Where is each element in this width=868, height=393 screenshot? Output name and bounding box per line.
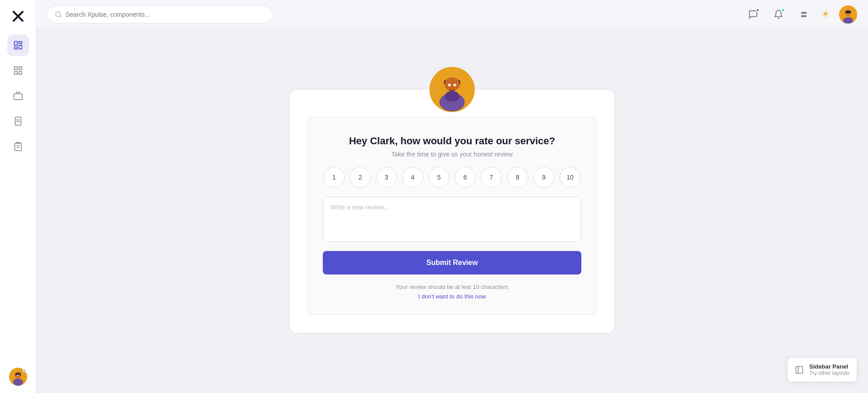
main-content: ☀ (36, 0, 868, 393)
review-card: Hey Clark, how would you rate our servic… (308, 117, 596, 315)
search-icon (55, 11, 62, 18)
rating-9[interactable]: 9 (533, 167, 554, 188)
svg-point-19 (18, 374, 19, 375)
submit-review-button[interactable]: Submit Review (323, 251, 581, 275)
bell-icon-button[interactable] (770, 6, 787, 23)
theme-toggle-button[interactable]: ☀ (821, 9, 830, 20)
rating-2[interactable]: 2 (350, 167, 371, 188)
header-actions: ☀ (745, 5, 857, 24)
review-title: Hey Clark, how would you rate our servic… (349, 135, 555, 147)
review-outer-card: Hey Clark, how would you rate our servic… (289, 89, 615, 333)
search-box[interactable] (47, 5, 273, 24)
page-content: Hey Clark, how would you rate our servic… (36, 29, 868, 393)
svg-point-27 (803, 15, 805, 17)
chat-notification-dot (756, 8, 760, 12)
review-footer-note: Your review should be at leat 10 charact… (396, 284, 509, 290)
review-textarea[interactable] (323, 197, 581, 242)
sidebar-item-dashboard[interactable] (7, 34, 29, 56)
app-logo[interactable] (9, 7, 27, 25)
svg-point-22 (802, 12, 803, 13)
svg-rect-10 (14, 143, 21, 151)
svg-point-24 (802, 15, 803, 17)
search-input[interactable] (66, 11, 265, 18)
rating-6[interactable]: 6 (455, 167, 476, 188)
svg-line-21 (60, 16, 61, 17)
svg-point-35 (444, 77, 460, 91)
review-footer: Your review should be at leat 10 charact… (396, 284, 509, 300)
rating-5[interactable]: 5 (429, 167, 449, 188)
svg-rect-5 (19, 71, 21, 74)
svg-rect-4 (14, 71, 17, 74)
user-avatar-header[interactable] (839, 5, 857, 24)
rating-8[interactable]: 8 (507, 167, 528, 188)
apps-icon-button[interactable] (796, 6, 812, 23)
review-subtitle: Take the time to give us your honest rev… (392, 151, 513, 158)
svg-point-23 (805, 12, 806, 13)
svg-point-25 (805, 15, 806, 17)
sidebar-panel-hint[interactable]: Sidebar Panel Try other layouts (787, 357, 857, 382)
sidebar-item-briefcase[interactable] (7, 85, 29, 107)
svg-point-39 (445, 91, 459, 102)
sidebar-user-avatar[interactable] (9, 368, 27, 386)
chat-icon-button[interactable] (745, 6, 761, 23)
svg-point-15 (13, 379, 23, 386)
review-user-avatar (429, 67, 475, 112)
svg-rect-17 (15, 373, 21, 375)
rating-7[interactable]: 7 (481, 167, 502, 188)
rating-4[interactable]: 4 (402, 167, 423, 188)
rating-10[interactable]: 10 (560, 167, 580, 188)
svg-rect-30 (845, 11, 851, 13)
svg-rect-3 (19, 67, 21, 70)
hint-subtitle: Try other layouts (809, 370, 849, 376)
rating-3[interactable]: 3 (376, 167, 397, 188)
hint-text: Sidebar Panel Try other layouts (809, 363, 849, 376)
skip-review-link[interactable]: I don't want to do this now (418, 293, 486, 300)
svg-point-36 (448, 84, 451, 86)
top-header: ☀ (36, 0, 868, 29)
hint-title: Sidebar Panel (809, 363, 849, 370)
sidebar-avatar-badge (23, 368, 27, 372)
svg-point-26 (803, 12, 805, 13)
svg-point-18 (16, 374, 17, 375)
svg-rect-2 (14, 67, 17, 70)
sidebar (0, 0, 36, 393)
bell-notification-dot (781, 8, 785, 12)
sidebar-item-document[interactable] (7, 110, 29, 132)
rating-1[interactable]: 1 (324, 167, 344, 188)
rating-row: 1 2 3 4 5 6 7 8 9 10 (324, 167, 580, 188)
svg-rect-40 (796, 366, 803, 373)
svg-point-37 (453, 84, 456, 86)
svg-rect-6 (14, 94, 22, 99)
layout-icon (795, 365, 804, 374)
sidebar-item-clipboard[interactable] (7, 136, 29, 157)
sidebar-item-grid[interactable] (7, 60, 29, 81)
